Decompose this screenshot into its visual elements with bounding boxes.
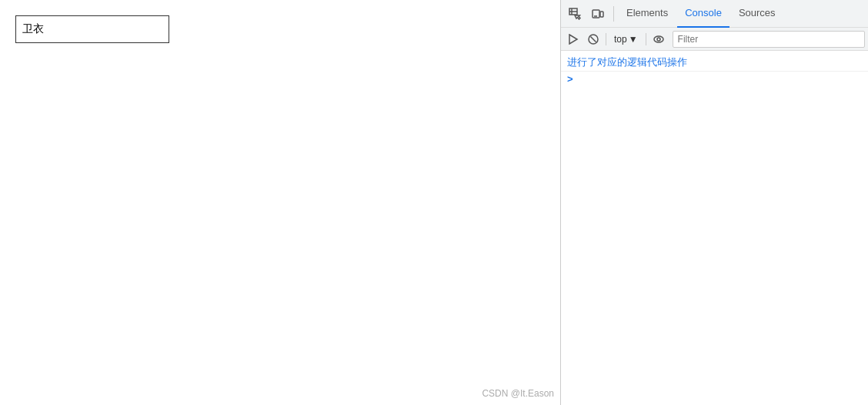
console-filter-input[interactable] <box>673 31 865 48</box>
page-content: CSDN @It.Eason <box>0 0 560 405</box>
run-icon[interactable] <box>564 30 583 49</box>
svg-point-10 <box>657 38 660 41</box>
device-toolbar-icon[interactable] <box>587 3 609 25</box>
console-log-entry: 进行了对应的逻辑代码操作 <box>561 54 868 72</box>
svg-point-9 <box>654 36 663 42</box>
inspect-icon[interactable] <box>564 3 586 25</box>
console-expand-icon[interactable]: > <box>567 73 573 85</box>
tab-sources[interactable]: Sources <box>731 0 783 28</box>
tab-elements[interactable]: Elements <box>619 0 676 28</box>
toolbar-separator-2 <box>646 33 646 45</box>
search-input[interactable] <box>15 15 169 43</box>
tab-console[interactable]: Console <box>677 0 729 28</box>
top-context-dropdown[interactable]: top ▼ <box>609 32 643 46</box>
clear-console-icon[interactable] <box>584 30 603 49</box>
devtools-tab-bar: Elements Console Sources <box>561 0 868 28</box>
console-output-area: 进行了对应的逻辑代码操作 > <box>561 51 868 405</box>
devtools-panel: Elements Console Sources top ▼ <box>560 0 868 405</box>
svg-line-8 <box>591 36 596 42</box>
eye-icon[interactable] <box>649 30 668 49</box>
console-toolbar: top ▼ <box>561 28 868 51</box>
watermark-text: CSDN @It.Eason <box>482 388 554 399</box>
svg-rect-4 <box>600 12 603 17</box>
toolbar-separator-1 <box>606 33 606 45</box>
console-prompt-line[interactable]: > <box>561 72 868 86</box>
console-log-text: 进行了对应的逻辑代码操作 <box>567 55 687 69</box>
chevron-down-icon: ▼ <box>629 34 638 45</box>
svg-marker-6 <box>569 35 577 44</box>
tab-separator-1 <box>613 6 614 22</box>
